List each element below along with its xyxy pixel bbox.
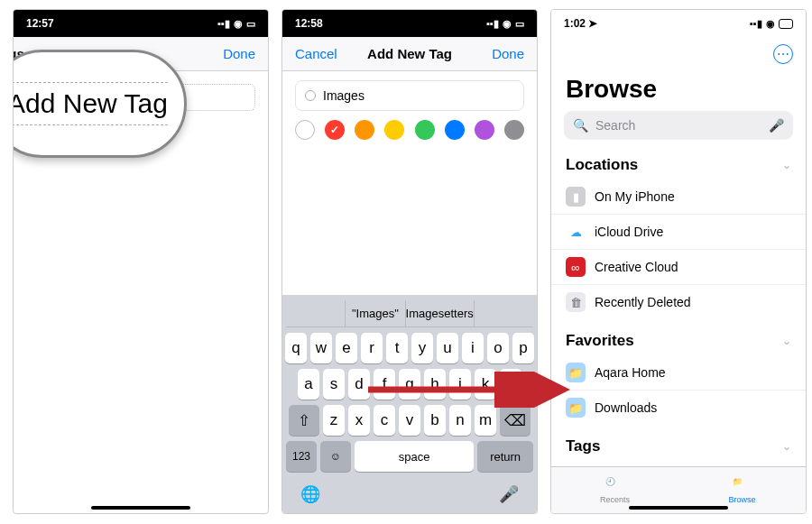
- cancel-button[interactable]: Cancel: [295, 46, 337, 61]
- tag-color-picker: [295, 120, 524, 140]
- favorites-header-label: Favorites: [566, 332, 634, 350]
- key-m[interactable]: m: [475, 405, 496, 436]
- screen-2-add-new-tag: 12:58 ▪▪▮ ⁠◉ ▭ Cancel Add New Tag Done "…: [281, 9, 538, 514]
- chevron-down-icon: ⌄: [782, 159, 791, 171]
- locations-header[interactable]: Locations ⌄: [551, 151, 806, 179]
- key-v[interactable]: v: [399, 405, 420, 436]
- list-item[interactable]: 📁Downloads: [551, 390, 806, 425]
- wifi-icon: ⁠◉: [503, 18, 512, 30]
- color-yellow[interactable]: [384, 120, 404, 140]
- key-shift[interactable]: ⇧: [289, 405, 319, 436]
- ios-keyboard: "Images"Imagesetters qwertyuiop asdfghjk…: [282, 295, 537, 513]
- key-l[interactable]: l: [500, 369, 521, 400]
- signal-icon: ▪▪▮: [217, 18, 230, 30]
- globe-icon[interactable]: 🌐: [300, 484, 320, 504]
- keyboard-row-2: asdfghjkl: [286, 369, 533, 400]
- search-field[interactable]: 🔍 Search 🎤: [564, 111, 793, 140]
- key-e[interactable]: e: [336, 333, 357, 363]
- color-red[interactable]: [325, 120, 345, 140]
- key-t[interactable]: t: [386, 333, 408, 363]
- color-gray[interactable]: [504, 120, 524, 140]
- list-item[interactable]: ▮On My iPhone: [551, 179, 806, 214]
- key-k[interactable]: k: [475, 369, 496, 400]
- home-indicator[interactable]: [629, 506, 728, 510]
- key-c[interactable]: c: [374, 405, 395, 436]
- tags-header[interactable]: Tags ⌄: [551, 432, 806, 461]
- status-icons: ▪▪▮ ⁠◉ ▭: [217, 18, 255, 30]
- nav-bar: Cancel Add New Tag Done: [282, 37, 537, 71]
- key-i[interactable]: i: [462, 333, 484, 363]
- keyboard-row-1: qwertyuiop: [286, 333, 533, 363]
- status-bar: 12:58 ▪▪▮ ⁠◉ ▭: [282, 10, 537, 37]
- search-icon: 🔍: [573, 118, 588, 133]
- list-item[interactable]: ☁︎iCloud Drive: [551, 214, 806, 249]
- search-placeholder: Search: [595, 118, 761, 133]
- list-item[interactable]: 🗑Recently Deleted: [551, 284, 806, 319]
- key-return[interactable]: return: [477, 441, 533, 472]
- key-x[interactable]: x: [348, 405, 370, 436]
- cloud-icon: ☁︎: [566, 222, 586, 242]
- keyboard-row-4: 123 ☺ space return: [286, 441, 533, 472]
- key-a[interactable]: a: [298, 369, 319, 400]
- key-o[interactable]: o: [487, 333, 509, 363]
- key-f[interactable]: f: [374, 369, 395, 400]
- key-s[interactable]: s: [323, 369, 345, 400]
- dictation-icon[interactable]: 🎤: [769, 118, 784, 133]
- signal-icon: ▪▪▮: [486, 18, 499, 30]
- key-h[interactable]: h: [424, 369, 446, 400]
- color-none[interactable]: [295, 120, 315, 140]
- key-p[interactable]: p: [512, 333, 534, 363]
- favorites-list: 📁Aqara Home📁Downloads: [551, 355, 806, 425]
- mic-icon[interactable]: 🎤: [499, 484, 519, 504]
- battery-icon: ▭: [515, 18, 524, 30]
- tag-color-preview-icon: [305, 90, 316, 101]
- folder-icon: 📁: [566, 398, 586, 418]
- key-space[interactable]: space: [355, 441, 474, 472]
- key-emoji[interactable]: ☺: [320, 441, 351, 472]
- battery-icon: ▭: [246, 18, 255, 30]
- key-y[interactable]: y: [411, 333, 433, 363]
- magnifier-text: Add New Tag: [13, 82, 168, 125]
- list-item[interactable]: ∞Creative Cloud: [551, 249, 806, 284]
- key-123[interactable]: 123: [286, 441, 317, 472]
- tab-browse-label: Browse: [728, 495, 755, 504]
- list-item[interactable]: 📁Aqara Home: [551, 355, 806, 390]
- key-g[interactable]: g: [399, 369, 420, 400]
- key-z[interactable]: z: [323, 405, 345, 436]
- list-item-label: iCloud Drive: [595, 225, 663, 239]
- color-green[interactable]: [415, 120, 435, 140]
- tag-name-input[interactable]: [323, 88, 514, 103]
- color-blue[interactable]: [445, 120, 465, 140]
- folder-icon: 📁: [733, 477, 752, 493]
- key-j[interactable]: j: [449, 369, 471, 400]
- list-item-label: Recently Deleted: [595, 295, 691, 309]
- color-purple[interactable]: [475, 120, 494, 140]
- key-r[interactable]: r: [361, 333, 383, 363]
- chevron-down-icon: ⌄: [782, 440, 791, 453]
- key-w[interactable]: w: [310, 333, 332, 363]
- status-time: 1:02 ➤: [564, 17, 597, 30]
- status-bar: 12:57 ▪▪▮ ⁠◉ ▭: [14, 10, 268, 37]
- signal-icon: ▪▪▮: [750, 18, 762, 30]
- done-button[interactable]: Done: [492, 46, 524, 61]
- key-backspace[interactable]: ⌫: [500, 405, 531, 436]
- battery-icon: [779, 19, 793, 29]
- key-q[interactable]: q: [285, 333, 307, 363]
- list-item-label: On My iPhone: [595, 189, 675, 204]
- more-options-button[interactable]: ⋯: [773, 44, 793, 64]
- color-orange[interactable]: [355, 120, 374, 140]
- page-title: Browse: [551, 71, 806, 111]
- home-indicator[interactable]: [91, 506, 190, 510]
- key-u[interactable]: u: [437, 333, 458, 363]
- phone-icon: ▮: [566, 187, 586, 207]
- key-b[interactable]: b: [424, 405, 446, 436]
- keyboard-suggestion: [286, 300, 346, 326]
- keyboard-suggestion[interactable]: Imagesetters: [406, 300, 475, 326]
- key-n[interactable]: n: [449, 405, 471, 436]
- tag-name-field[interactable]: [295, 80, 524, 111]
- done-button[interactable]: Done: [223, 46, 255, 61]
- keyboard-suggestion[interactable]: "Images": [346, 300, 405, 326]
- favorites-header[interactable]: Favorites ⌄: [551, 326, 806, 355]
- key-d[interactable]: d: [348, 369, 370, 400]
- cc-icon: ∞: [566, 257, 586, 277]
